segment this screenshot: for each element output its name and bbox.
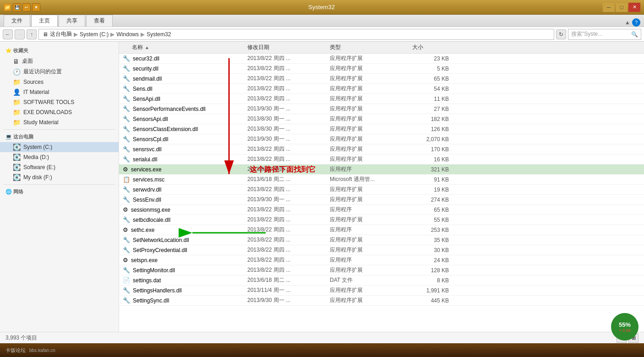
- file-size-cell: 16 KB: [412, 156, 458, 163]
- minimize-button[interactable]: ─: [603, 3, 615, 12]
- file-type-cell: 应用程序扩展: [330, 216, 412, 224]
- file-size-cell: 27 KB: [412, 106, 458, 112]
- file-size-cell: 8 KB: [412, 277, 458, 284]
- file-icon: 🔧: [123, 126, 130, 132]
- table-row[interactable]: 🔧 SetProxyCredential.dll 2013/8/22 周四 ..…: [119, 245, 644, 255]
- table-row[interactable]: 🔧 setbcdlocale.dll 2013/8/22 周四 ... 应用程序…: [119, 215, 644, 225]
- table-row[interactable]: 🔧 SensorsApi.dll 2013/8/30 周一 ... 应用程序扩展…: [119, 114, 644, 124]
- file-icon: 🔧: [123, 65, 130, 72]
- sidebar-item-software-tools[interactable]: 📁 SOFTWARE TOOLS: [0, 97, 119, 107]
- sidebar-item-media-d[interactable]: 💽 Media (D:): [0, 152, 119, 162]
- table-row[interactable]: ⚙ sessionmsg.exe 2013/8/22 周四 ... 应用程序 6…: [119, 205, 644, 215]
- sidebar-item-it-material[interactable]: 👤 IT Material: [0, 87, 119, 97]
- sidebar-item-mydisk-f[interactable]: 💽 My disk (F:): [0, 172, 119, 182]
- network-header: 🌐 网络: [0, 187, 119, 197]
- col-header-name[interactable]: 名称 ▲: [119, 44, 247, 51]
- drive-f-icon: 💽: [13, 174, 21, 181]
- computer-header: 💻 这台电脑: [0, 132, 119, 142]
- table-row[interactable]: 🔧 Sens.dll 2013/8/22 周四 ... 应用程序扩展 54 KB: [119, 84, 644, 94]
- sidebar-item-recent[interactable]: 🕐 最近访问的位置: [0, 66, 119, 77]
- path-part-system32[interactable]: System32: [147, 31, 171, 38]
- file-name-cell: 🔧 sensrsvc.dll: [119, 146, 247, 153]
- table-row[interactable]: 🔧 serwvdrv.dll 2013/8/22 周四 ... 应用程序扩展 1…: [119, 185, 644, 195]
- file-name-cell: 🔧 SettingsHandlers.dll: [119, 287, 247, 294]
- file-date-cell: 2013/8/30 周一 ...: [247, 115, 330, 123]
- file-name-text: SetProxyCredential.dll: [133, 247, 187, 253]
- table-row[interactable]: 🔧 SensorPerformanceEvents.dll 2013/9/30 …: [119, 104, 644, 114]
- file-name-cell: ⚙ services.exe: [119, 166, 247, 173]
- path-part-computer[interactable]: 这台电脑: [50, 30, 72, 38]
- file-name-cell: 🔧 SensApi.dll: [119, 95, 247, 102]
- search-box[interactable]: 搜索"Syste... 🔍: [568, 29, 641, 40]
- table-row[interactable]: 🔧 SettingsHandlers.dll 2013/11/4 周一 ... …: [119, 286, 644, 296]
- maximize-button[interactable]: □: [616, 3, 628, 12]
- address-bar: ← → ↑ 🖥 这台电脑 ▶ System (C:) ▶ Windows ▶ S…: [0, 27, 644, 42]
- file-size-cell: 65 KB: [412, 76, 458, 82]
- refresh-button[interactable]: ↻: [556, 29, 566, 39]
- ribbon-help-icon[interactable]: ?: [632, 18, 640, 27]
- table-row[interactable]: ⚙ setspn.exe 2013/8/22 周四 ... 应用程序 24 KB: [119, 255, 644, 265]
- file-type-cell: 应用程序扩展: [330, 286, 412, 294]
- computer-section: 💻 这台电脑 💽 System (C:) 💽 Media (D:) 💽 Soft…: [0, 132, 119, 182]
- file-date-cell: 2013/8/22 周四 ...: [247, 85, 330, 93]
- table-row[interactable]: ⚙ services.exe 2013/8/22 周四 ... 应用程序 321…: [119, 165, 644, 175]
- table-row[interactable]: 🔧 SessEnv.dll 2013/9/30 周一 ... 应用程序扩展 27…: [119, 195, 644, 205]
- col-header-date[interactable]: 修改日期: [247, 44, 330, 51]
- qa-btn-1[interactable]: 💾: [13, 3, 21, 11]
- table-row[interactable]: 📋 services.msc 2013/6/18 周二 ... Microsof…: [119, 175, 644, 185]
- qa-btn-dropdown[interactable]: ▼: [32, 3, 40, 11]
- file-icon: 🔧: [123, 75, 130, 82]
- file-size-cell: 11 KB: [412, 96, 458, 102]
- table-row[interactable]: 🔧 security.dll 2013/8/22 周四 ... 应用程序扩展 5…: [119, 64, 644, 74]
- table-row[interactable]: ⚙ sethc.exe 2013/8/22 周四 ... 应用程序 253 KB: [119, 225, 644, 235]
- table-row[interactable]: 🔧 sensrsvc.dll 2013/8/22 周四 ... 应用程序扩展 1…: [119, 144, 644, 154]
- sidebar-item-software-e[interactable]: 💽 Software (E:): [0, 162, 119, 172]
- file-size-cell: 126 KB: [412, 126, 458, 132]
- forward-button[interactable]: →: [15, 29, 25, 39]
- tab-share[interactable]: 共享: [59, 15, 85, 27]
- col-header-size[interactable]: 大小: [412, 44, 458, 51]
- table-row[interactable]: 🔧 SensApi.dll 2013/8/22 周四 ... 应用程序扩展 11…: [119, 94, 644, 104]
- sidebar-item-study-material[interactable]: 📁 Study Material: [0, 117, 119, 127]
- file-name-text: sensrsvc.dll: [133, 146, 162, 153]
- table-row[interactable]: 🔧 SensorsCpl.dll 2013/9/30 周一 ... 应用程序扩展…: [119, 134, 644, 144]
- tab-file[interactable]: 文件: [4, 15, 30, 27]
- path-part-windows[interactable]: Windows: [116, 31, 139, 38]
- sidebar-item-desktop[interactable]: 🖥 桌面: [0, 56, 119, 66]
- file-name-cell: 🔧 setbcdlocale.dll: [119, 216, 247, 223]
- sidebar-item-exe-downloads[interactable]: 📁 EXE DOWNLOADS: [0, 107, 119, 117]
- file-icon: 🔧: [123, 95, 130, 102]
- close-button[interactable]: ✕: [628, 3, 640, 12]
- file-name-cell: 🔧 security.dll: [119, 65, 247, 72]
- table-row[interactable]: 🔧 SettingMonitor.dll 2013/8/22 周四 ... 应用…: [119, 265, 644, 275]
- table-row[interactable]: 📄 settings.dat 2013/6/18 周二 ... DAT 文件 8…: [119, 275, 644, 286]
- file-date-cell: 2013/6/18 周二 ...: [247, 276, 330, 284]
- ribbon-collapse-icon[interactable]: ▲: [625, 19, 630, 26]
- sidebar-item-sources[interactable]: 📁 Sources: [0, 77, 119, 87]
- tab-view[interactable]: 查看: [86, 15, 113, 27]
- file-date-cell: 2013/9/30 周一 ...: [247, 297, 330, 304]
- table-row[interactable]: 🔧 serialui.dll 2013/8/22 周四 ... 应用程序扩展 1…: [119, 154, 644, 165]
- up-button[interactable]: ↑: [27, 29, 37, 39]
- file-type-cell: 应用程序扩展: [330, 196, 412, 203]
- file-name-text: serialui.dll: [133, 156, 157, 163]
- back-button[interactable]: ←: [3, 29, 13, 39]
- table-row[interactable]: 🔧 SettingSync.dll 2013/9/30 周一 ... 应用程序扩…: [119, 296, 644, 306]
- folder-icon: [4, 4, 11, 11]
- table-row[interactable]: 🔧 sendmail.dll 2013/8/22 周四 ... 应用程序扩展 6…: [119, 74, 644, 84]
- table-row[interactable]: 🔧 SensorsClassExtension.dll 2013/8/30 周一…: [119, 124, 644, 134]
- sidebar-item-system-c[interactable]: 💽 System (C:): [0, 142, 119, 152]
- path-part-c[interactable]: System (C:): [80, 31, 109, 38]
- col-header-type[interactable]: 类型: [330, 44, 412, 51]
- address-path[interactable]: 🖥 这台电脑 ▶ System (C:) ▶ Windows ▶ System3…: [38, 29, 554, 40]
- file-size-cell: 91 KB: [412, 176, 458, 183]
- table-row[interactable]: 🔧 secur32.dll 2013/8/22 周四 ... 应用程序扩展 23…: [119, 54, 644, 64]
- stock-widget: 55% + 0.04: [611, 313, 639, 341]
- file-size-cell: 1,991 KB: [412, 287, 458, 294]
- table-row[interactable]: 🔧 SetNetworkLocation.dll 2013/8/22 周四 ..…: [119, 235, 644, 245]
- file-date-cell: 2013/8/22 周四 ...: [247, 65, 330, 72]
- qa-btn-2[interactable]: ↩: [22, 3, 31, 11]
- file-name-cell: 🔧 serialui.dll: [119, 156, 247, 163]
- tab-home[interactable]: 主页: [31, 15, 58, 27]
- file-size-cell: 274 KB: [412, 197, 458, 203]
